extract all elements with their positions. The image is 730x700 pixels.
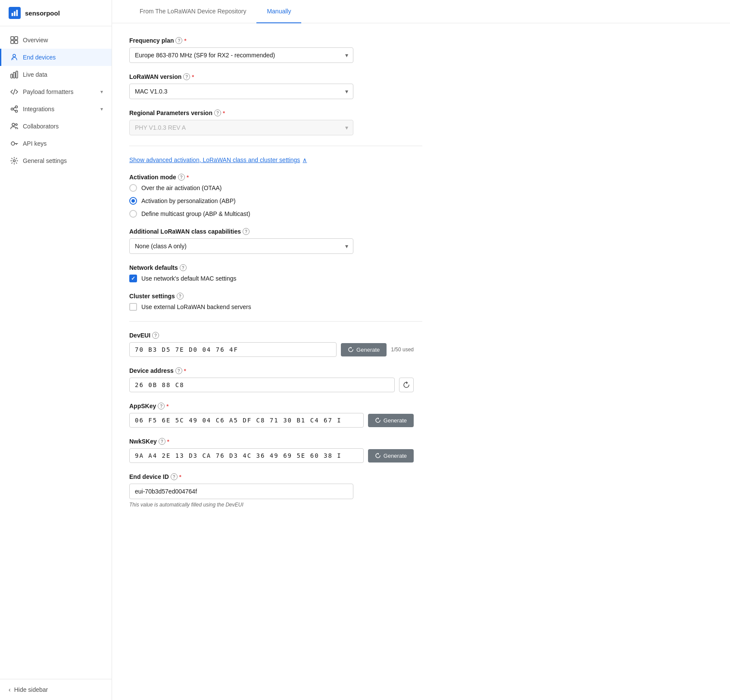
svg-point-19 xyxy=(16,124,17,125)
svg-rect-10 xyxy=(13,72,15,78)
svg-rect-0 xyxy=(12,13,13,16)
dev-eui-label: DevEUI ? xyxy=(129,332,422,339)
activation-mode-label: Activation mode ? * xyxy=(129,174,422,181)
radio-multicast-circle xyxy=(129,210,137,218)
tab-manually[interactable]: Manually xyxy=(256,0,301,23)
advanced-link[interactable]: Show advanced activation, LoRaWAN class … xyxy=(129,156,307,163)
sidebar-item-general-settings[interactable]: General settings xyxy=(0,152,112,169)
svg-point-20 xyxy=(11,142,15,145)
svg-line-12 xyxy=(13,89,15,94)
svg-rect-2 xyxy=(16,10,18,16)
nwks-key-generate-button[interactable]: Generate xyxy=(368,449,414,462)
regional-params-select: PHY V1.0.3 REV A xyxy=(129,120,353,135)
frequency-plan-select[interactable]: Europe 863-870 MHz (SF9 for RX2 - recomm… xyxy=(129,47,353,63)
devices-icon xyxy=(10,53,19,62)
sidebar-item-api-keys-label: API keys xyxy=(23,140,47,147)
sidebar-item-payload-formatters[interactable]: Payload formatters ▾ xyxy=(0,83,112,100)
device-address-help-icon[interactable]: ? xyxy=(175,367,182,374)
svg-rect-3 xyxy=(11,37,14,40)
apps-key-field-wrapper: 06 F5 6E 5C 49 04 C6 A5 DF C8 71 30 B1 C… xyxy=(129,413,414,428)
regional-params-required: * xyxy=(223,110,225,116)
app-logo xyxy=(9,7,21,19)
regional-params-section: Regional Parameters version ? * PHY V1.0… xyxy=(129,109,422,135)
device-address-section: Device address ? * 26 0B 88 C8 xyxy=(129,367,422,392)
cluster-settings-checkbox-box xyxy=(129,303,137,311)
chart-icon xyxy=(10,70,19,79)
chevron-down-icon: ▾ xyxy=(100,89,103,95)
app-name: sensorpool xyxy=(25,9,60,17)
lorawan-class-select-wrapper: None (class A only) xyxy=(129,238,353,254)
svg-rect-11 xyxy=(16,71,18,78)
apps-key-field[interactable]: 06 F5 6E 5C 49 04 C6 A5 DF C8 71 30 B1 C… xyxy=(129,413,364,428)
svg-rect-9 xyxy=(11,74,12,78)
radio-abp-label: Activation by personalization (ABP) xyxy=(141,197,236,204)
frequency-plan-help-icon[interactable]: ? xyxy=(175,37,182,44)
end-device-id-required: * xyxy=(179,474,181,480)
apps-key-value: 06 F5 6E 5C 49 04 C6 A5 DF C8 71 30 B1 C… xyxy=(135,417,342,424)
lorawan-class-select[interactable]: None (class A only) xyxy=(129,238,353,254)
apps-key-help-icon[interactable]: ? xyxy=(158,403,165,409)
activation-mode-help-icon[interactable]: ? xyxy=(178,174,185,181)
nwks-key-field[interactable]: 9A A4 2E 13 D3 CA 76 D3 4C 36 49 69 5E 6… xyxy=(129,448,364,463)
svg-point-14 xyxy=(16,106,18,108)
sidebar-item-overview[interactable]: Overview xyxy=(0,31,112,49)
cluster-settings-label: Cluster settings ? xyxy=(129,293,422,300)
sidebar-item-end-devices[interactable]: End devices xyxy=(0,49,112,66)
refresh-small-icon-2 xyxy=(375,417,381,423)
radio-otaa[interactable]: Over the air activation (OTAA) xyxy=(129,184,422,192)
network-defaults-checkbox-box: ✓ xyxy=(129,275,137,282)
sidebar-item-end-devices-label: End devices xyxy=(23,54,56,61)
end-device-id-hint: This value is automatically filled using… xyxy=(129,502,422,508)
end-device-id-help-icon[interactable]: ? xyxy=(171,473,178,480)
radio-abp[interactable]: Activation by personalization (ABP) xyxy=(129,197,422,205)
device-address-required: * xyxy=(184,368,186,374)
apps-key-generate-button[interactable]: Generate xyxy=(368,414,414,427)
dev-eui-field[interactable]: 70 B3 D5 7E D0 04 76 4F xyxy=(129,342,337,357)
integration-icon xyxy=(10,105,19,113)
radio-multicast[interactable]: Define multicast group (ABP & Multicast) xyxy=(129,210,422,218)
device-address-field[interactable]: 26 0B 88 C8 xyxy=(129,378,395,392)
regional-params-help-icon[interactable]: ? xyxy=(214,109,221,116)
sidebar-nav: Overview End devices Live xyxy=(0,26,112,679)
lorawan-version-select[interactable]: MAC V1.0.3 xyxy=(129,84,353,99)
dev-eui-generate-button[interactable]: Generate xyxy=(341,343,387,356)
cluster-settings-checkbox[interactable]: Use external LoRaWAN backend servers xyxy=(129,303,422,311)
dev-eui-section: DevEUI ? 70 B3 D5 7E D0 04 76 4F Generat… xyxy=(129,332,422,357)
device-address-label: Device address ? * xyxy=(129,367,422,374)
dev-eui-help-icon[interactable]: ? xyxy=(152,332,159,339)
checkmark-icon: ✓ xyxy=(131,275,135,281)
device-address-refresh-button[interactable] xyxy=(399,378,414,392)
sidebar-item-collaborators[interactable]: Collaborators xyxy=(0,118,112,135)
svg-point-21 xyxy=(13,160,16,162)
tab-from-repo[interactable]: From The LoRaWAN Device Repository xyxy=(129,0,256,23)
device-address-field-wrapper: 26 0B 88 C8 xyxy=(129,378,414,392)
lorawan-class-help-icon[interactable]: ? xyxy=(243,228,250,235)
grid-icon xyxy=(10,36,19,44)
end-device-id-section: End device ID ? * This value is automati… xyxy=(129,473,422,508)
nwks-key-required: * xyxy=(167,438,169,445)
refresh-icon xyxy=(403,381,410,388)
lorawan-version-help-icon[interactable]: ? xyxy=(183,73,190,80)
sidebar-item-integrations[interactable]: Integrations ▾ xyxy=(0,100,112,118)
cluster-settings-section: Cluster settings ? Use external LoRaWAN … xyxy=(129,293,422,311)
frequency-plan-label: Frequency plan ? * xyxy=(129,37,422,44)
sidebar-item-api-keys[interactable]: API keys xyxy=(0,135,112,152)
end-device-id-input[interactable] xyxy=(129,484,353,499)
svg-line-17 xyxy=(13,109,16,111)
network-defaults-help-icon[interactable]: ? xyxy=(180,264,187,271)
lorawan-version-required: * xyxy=(192,74,194,80)
form-area: Frequency plan ? * Europe 863-870 MHz (S… xyxy=(112,37,440,535)
apps-key-required: * xyxy=(166,403,168,409)
hide-sidebar-button[interactable]: ‹ Hide sidebar xyxy=(0,679,112,700)
sidebar-item-collaborators-label: Collaborators xyxy=(23,123,59,130)
people-icon xyxy=(10,122,19,131)
dev-eui-field-wrapper: 70 B3 D5 7E D0 04 76 4F Generate 1/50 us… xyxy=(129,342,414,357)
nwks-key-value: 9A A4 2E 13 D3 CA 76 D3 4C 36 49 69 5E 6… xyxy=(135,452,342,459)
sidebar-item-live-data[interactable]: Live data xyxy=(0,66,112,83)
apps-key-label: AppSKey ? * xyxy=(129,403,422,409)
cluster-settings-help-icon[interactable]: ? xyxy=(177,293,184,300)
dev-eui-value: 70 B3 D5 7E D0 04 76 4F xyxy=(135,346,238,353)
code-icon xyxy=(10,88,19,96)
network-defaults-checkbox[interactable]: ✓ Use network's default MAC settings xyxy=(129,275,422,282)
nwks-key-help-icon[interactable]: ? xyxy=(159,438,165,445)
